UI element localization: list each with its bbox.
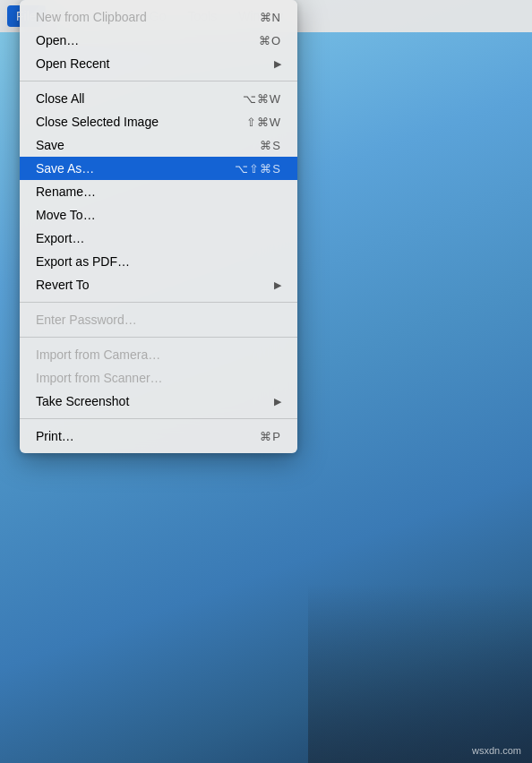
menu-item-revert-to[interactable]: Revert To ▶	[20, 273, 297, 296]
menu-section-3: Enter Password…	[20, 306, 297, 333]
divider-1	[20, 81, 297, 81]
menu-item-save-shortcut: ⌘S	[260, 139, 281, 152]
menu-item-move-to[interactable]: Move To…	[20, 203, 297, 227]
menu-item-print[interactable]: Print… ⌘P	[20, 424, 297, 448]
menu-item-open-recent[interactable]: Open Recent ▶	[20, 52, 297, 75]
menu-item-close-selected-image-label: Close Selected Image	[36, 115, 228, 129]
menu-item-move-to-label: Move To…	[36, 208, 281, 222]
menu-item-open-shortcut: ⌘O	[259, 34, 281, 47]
divider-2	[20, 302, 297, 303]
menu-item-new-from-clipboard-shortcut: ⌘N	[260, 11, 281, 24]
menu-item-print-label: Print…	[36, 429, 242, 443]
menu-section-5: Print… ⌘P	[20, 423, 297, 450]
menu-item-save-as-label: Save As…	[36, 161, 217, 176]
menu-item-open[interactable]: Open… ⌘O	[20, 29, 297, 52]
menu-item-import-from-camera-label: Import from Camera…	[36, 347, 281, 362]
submenu-arrow-revert-to: ▶	[274, 279, 281, 291]
menu-item-close-selected-image[interactable]: Close Selected Image ⇧⌘W	[20, 110, 297, 133]
menu-item-export[interactable]: Export…	[20, 227, 297, 250]
watermark: wsxdn.com	[472, 745, 521, 756]
menu-item-import-from-scanner-label: Import from Scanner…	[36, 371, 281, 385]
menu-item-take-screenshot[interactable]: Take Screenshot ▶	[20, 390, 297, 413]
menu-item-take-screenshot-label: Take Screenshot	[36, 394, 267, 408]
menu-item-export-as-pdf-label: Export as PDF…	[36, 254, 281, 269]
menu-item-close-all-label: Close All	[36, 91, 225, 106]
menu-item-close-all-shortcut: ⌥⌘W	[243, 92, 281, 106]
menu-item-enter-password[interactable]: Enter Password…	[20, 308, 297, 331]
menu-section-1: New from Clipboard ⌘N Open… ⌘O Open Rece…	[20, 4, 297, 77]
menu-item-close-selected-image-shortcut: ⇧⌘W	[246, 116, 281, 129]
submenu-arrow-take-screenshot: ▶	[274, 396, 281, 407]
menu-item-save-as[interactable]: Save As… ⌥⇧⌘S	[20, 157, 297, 180]
menu-item-save[interactable]: Save ⌘S	[20, 133, 297, 157]
divider-4	[20, 418, 297, 419]
city-silhouette	[308, 584, 532, 763]
menu-item-enter-password-label: Enter Password…	[36, 313, 281, 327]
menu-item-save-as-shortcut: ⌥⇧⌘S	[235, 162, 281, 176]
menu-section-4: Import from Camera… Import from Scanner……	[20, 341, 297, 415]
file-dropdown-menu: New from Clipboard ⌘N Open… ⌘O Open Rece…	[20, 0, 297, 453]
menu-item-print-shortcut: ⌘P	[260, 430, 281, 443]
menu-item-import-from-camera[interactable]: Import from Camera…	[20, 343, 297, 366]
divider-3	[20, 337, 297, 338]
menu-item-export-as-pdf[interactable]: Export as PDF…	[20, 250, 297, 273]
menu-item-new-from-clipboard-label: New from Clipboard	[36, 10, 242, 24]
menu-section-2: Close All ⌥⌘W Close Selected Image ⇧⌘W S…	[20, 85, 297, 298]
menu-item-export-label: Export…	[36, 231, 281, 245]
submenu-arrow-open-recent: ▶	[274, 58, 281, 70]
menu-item-close-all[interactable]: Close All ⌥⌘W	[20, 87, 297, 110]
menu-item-save-label: Save	[36, 138, 242, 152]
menu-item-open-recent-label: Open Recent	[36, 56, 267, 71]
menu-item-revert-to-label: Revert To	[36, 278, 267, 292]
menu-item-rename-label: Rename…	[36, 184, 281, 199]
menu-item-new-from-clipboard[interactable]: New from Clipboard ⌘N	[20, 5, 297, 29]
menu-item-rename[interactable]: Rename…	[20, 180, 297, 203]
menu-item-import-from-scanner[interactable]: Import from Scanner…	[20, 366, 297, 390]
menu-item-open-label: Open…	[36, 33, 241, 47]
